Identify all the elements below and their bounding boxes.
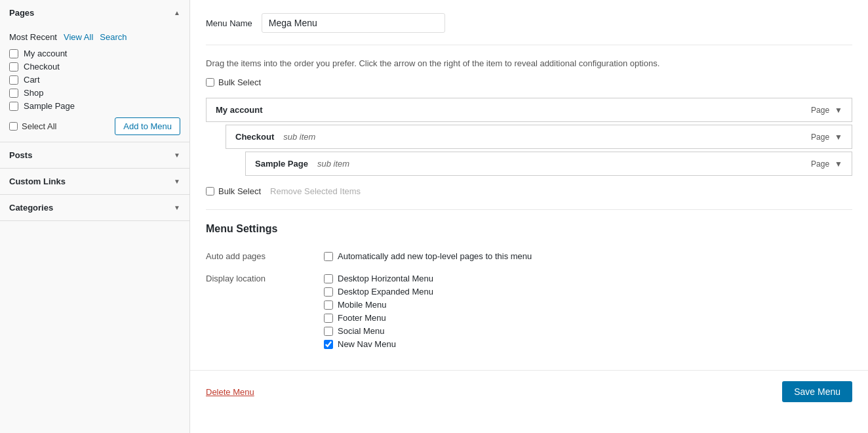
add-to-menu-button[interactable]: Add to Menu (115, 117, 180, 135)
menu-item-checkout-name: Checkout (235, 132, 274, 142)
pages-tabs: Most Recent View All Search (9, 32, 180, 42)
pages-chevron-up-icon: ▲ (174, 9, 180, 16)
menu-items-area: My account Page ▼ Checkout sub item (206, 98, 852, 176)
menu-item-myaccount-right: Page ▼ (811, 106, 842, 115)
save-menu-button[interactable]: Save Menu (782, 381, 852, 402)
tab-search[interactable]: Search (100, 32, 127, 42)
auto-add-option: Automatically add new top-level pages to… (324, 251, 852, 261)
menu-item-myaccount-chevron-down-icon[interactable]: ▼ (835, 106, 842, 115)
bulk-select-bottom-text: Bulk Select (218, 186, 261, 196)
bulk-select-top-label[interactable]: Bulk Select (206, 77, 261, 87)
location-social-menu-checkbox[interactable] (324, 327, 333, 336)
categories-section-header[interactable]: Categories ▼ (0, 195, 189, 220)
bulk-select-bottom-checkbox[interactable] (206, 187, 214, 196)
settings-table: Auto add pages Automatically add new top… (206, 247, 852, 357)
list-item[interactable]: Sample Page (9, 101, 180, 111)
bulk-select-bottom: Bulk Select Remove Selected Items (206, 186, 852, 196)
location-footer-menu-checkbox[interactable] (324, 314, 333, 323)
menu-item-checkout-chevron-down-icon[interactable]: ▼ (835, 133, 842, 142)
custom-links-section-title: Custom Links (9, 176, 66, 186)
location-desktop-horizontal-label[interactable]: Desktop Horizontal Menu (338, 274, 433, 283)
posts-section: Posts ▼ (0, 142, 189, 169)
menu-item-checkout-right: Page ▼ (811, 133, 842, 142)
delete-menu-link[interactable]: Delete Menu (206, 387, 254, 397)
list-item[interactable]: Cart (9, 75, 180, 85)
menu-name-row: Menu Name (206, 13, 852, 45)
remove-selected-link[interactable]: Remove Selected Items (270, 186, 361, 196)
menu-item-myaccount-name: My account (216, 105, 263, 115)
menu-item-myaccount-type: Page (811, 106, 829, 115)
pages-list: My account Checkout Cart Shop Sample Pag… (9, 49, 180, 111)
menu-item-checkout-row: Checkout sub item Page ▼ (226, 125, 852, 148)
location-desktop-expanded-checkbox[interactable] (324, 287, 333, 297)
location-new-nav-menu-checkbox[interactable] (324, 340, 333, 349)
menu-settings-section: Menu Settings Auto add pages Automatical… (206, 223, 852, 357)
drag-hint: Drag the items into the order you prefer… (206, 58, 852, 68)
list-item[interactable]: Checkout (9, 62, 180, 72)
menu-item-samplepage: Sample Page sub item Page ▼ (245, 152, 852, 176)
custom-links-chevron-down-icon: ▼ (174, 178, 180, 185)
tab-most-recent[interactable]: Most Recent (9, 32, 57, 42)
sidebar: Pages ▲ Most Recent View All Search My a… (0, 0, 190, 433)
page-checkbox-myaccount[interactable] (9, 49, 18, 58)
location-social-menu-label[interactable]: Social Menu (338, 326, 385, 336)
select-all-label[interactable]: Select All (9, 121, 56, 131)
menu-item-myaccount-left: My account (216, 105, 263, 115)
page-checkbox-shop[interactable] (9, 89, 18, 98)
menu-item-samplepage-name: Sample Page (255, 159, 308, 169)
menu-item-myaccount-row: My account Page ▼ (207, 98, 852, 121)
page-checkbox-sample[interactable] (9, 102, 18, 111)
tab-view-all[interactable]: View All (64, 32, 93, 42)
page-label-shop: Shop (24, 88, 43, 98)
auto-add-checkbox[interactable] (324, 252, 333, 261)
location-new-nav-menu-label[interactable]: New Nav Menu (338, 339, 396, 349)
page-checkbox-checkout[interactable] (9, 62, 18, 72)
menu-item-samplepage-left: Sample Page sub item (255, 159, 349, 169)
menu-item-samplepage-type: Page (811, 159, 829, 169)
select-all-checkbox[interactable] (9, 122, 18, 131)
page-label-cart: Cart (24, 75, 40, 85)
location-new-nav-menu: New Nav Menu (324, 339, 852, 349)
page-checkbox-cart[interactable] (9, 75, 18, 85)
auto-add-option-label[interactable]: Automatically add new top-level pages to… (338, 251, 532, 261)
menu-settings-title: Menu Settings (206, 223, 852, 235)
menu-item-myaccount: My account Page ▼ (206, 98, 852, 122)
location-footer-menu: Footer Menu (324, 313, 852, 323)
menu-item-checkout: Checkout sub item Page ▼ (226, 125, 852, 149)
location-desktop-expanded-label[interactable]: Desktop Expanded Menu (338, 287, 433, 297)
pages-section-title: Pages (9, 8, 34, 18)
menu-item-checkout-type: Page (811, 133, 829, 142)
pages-content: Most Recent View All Search My account C… (0, 26, 189, 142)
location-desktop-horizontal-checkbox[interactable] (324, 274, 333, 283)
location-social-menu: Social Menu (324, 326, 852, 336)
location-mobile-menu-checkbox[interactable] (324, 300, 333, 310)
bulk-select-top: Bulk Select (206, 77, 852, 87)
posts-section-title: Posts (9, 150, 32, 160)
menu-item-checkout-left: Checkout sub item (235, 132, 315, 142)
list-item[interactable]: Shop (9, 88, 180, 98)
posts-chevron-down-icon: ▼ (174, 152, 180, 159)
menu-name-input[interactable] (262, 13, 445, 33)
custom-links-section-header[interactable]: Custom Links ▼ (0, 169, 189, 194)
categories-section-title: Categories (9, 203, 53, 213)
categories-section: Categories ▼ (0, 195, 189, 221)
location-desktop-expanded: Desktop Expanded Menu (324, 287, 852, 297)
location-mobile-menu-label[interactable]: Mobile Menu (338, 300, 386, 310)
menu-item-samplepage-subtext: sub item (317, 159, 349, 169)
display-location-label: Display location (206, 269, 324, 357)
categories-chevron-down-icon: ▼ (174, 204, 180, 211)
page-label-myaccount: My account (24, 49, 67, 58)
page-label-sample: Sample Page (24, 101, 75, 111)
menu-item-samplepage-chevron-down-icon[interactable]: ▼ (835, 159, 842, 169)
location-footer-menu-label[interactable]: Footer Menu (338, 313, 386, 323)
auto-add-row: Auto add pages Automatically add new top… (206, 247, 852, 269)
posts-section-header[interactable]: Posts ▼ (0, 142, 189, 168)
display-location-row: Display location Desktop Horizontal Menu… (206, 269, 852, 357)
auto-add-label: Auto add pages (206, 247, 324, 269)
list-item[interactable]: My account (9, 49, 180, 58)
bulk-select-top-checkbox[interactable] (206, 78, 214, 87)
location-desktop-horizontal: Desktop Horizontal Menu (324, 274, 852, 283)
bulk-select-bottom-label[interactable]: Bulk Select (206, 186, 261, 196)
custom-links-section: Custom Links ▼ (0, 169, 189, 195)
pages-section-header[interactable]: Pages ▲ (0, 0, 189, 26)
